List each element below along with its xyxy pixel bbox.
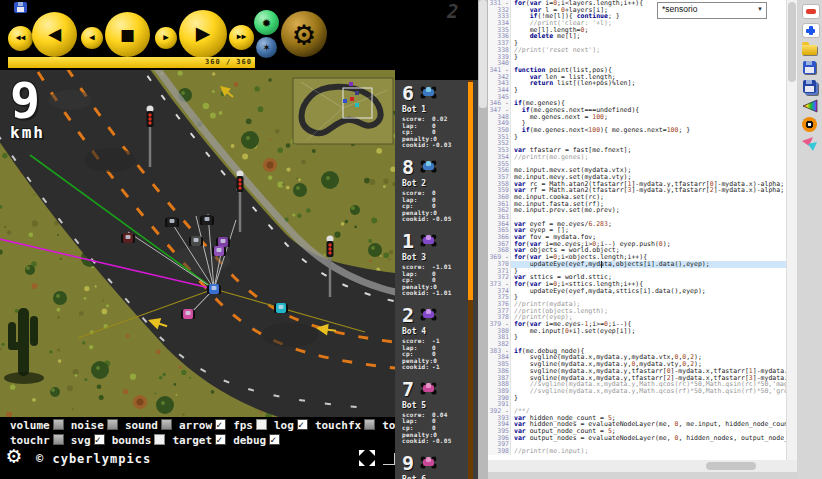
fast-forward-button-glyph: ▶▶ (237, 32, 247, 41)
settings-gear-button[interactable]: ⚙ (281, 11, 327, 57)
editor-vscroll-thumb[interactable] (788, 2, 796, 82)
bot-stat-cookid: cookid:-1 (402, 364, 468, 371)
editor-horizontal-scrollbar[interactable] (488, 460, 797, 472)
toggle-checkbox-touchfx[interactable] (364, 419, 375, 430)
splitter-thumb[interactable] (479, 0, 487, 108)
add-icon[interactable] (801, 22, 819, 38)
bot-scrollbar-thumb[interactable] (468, 82, 473, 300)
toggle-checkbox-volume[interactable] (53, 419, 64, 430)
code-line-391[interactable]: 391 (488, 401, 786, 408)
text-caret (601, 261, 602, 268)
bot-list: 6 Bot 1 score:0.02 lap:0 cp:0 penalty:0 … (395, 80, 478, 479)
minimap[interactable] (293, 78, 393, 144)
turbo-spinner-button-glyph: ✹ (262, 13, 271, 31)
game-bot (181, 309, 195, 319)
script-selector-value: *sensorio (662, 4, 697, 14)
toggle-checkbox-noise[interactable] (107, 419, 118, 430)
code-line-354[interactable]: 354//printr(me.genes); (488, 154, 786, 161)
step-forward-button-glyph: ▶ (163, 32, 168, 42)
toggle-checkbox-log[interactable] (297, 419, 308, 430)
step-back-button[interactable]: ◀ (81, 27, 103, 49)
script-selector[interactable]: ▼ *sensorio (657, 2, 767, 19)
scene-pointer-icon[interactable] (801, 136, 819, 152)
toggle-checkbox-fps[interactable] (256, 419, 267, 430)
footer-gear-icon[interactable]: ⚙ (7, 443, 21, 467)
save-all-icon[interactable] (801, 79, 819, 95)
fullscreen-icon[interactable] (358, 449, 376, 467)
color-pointer-icon[interactable] (801, 98, 819, 114)
progress-bar[interactable]: 360 / 360 (8, 57, 255, 68)
bot-name: Bot 5 (402, 401, 468, 410)
code-line-339[interactable]: 339} (488, 54, 786, 61)
code-line-348[interactable]: 348 me.genes.next = 100; (488, 114, 786, 121)
bot-entry[interactable]: 1 Bot 3 score:-1.01 lap:0 cp:0 penalty:0… (395, 228, 478, 302)
bot-rank: 7 (402, 381, 414, 398)
code-line-362[interactable]: 362me.input.prev.set(me.prev); (488, 207, 786, 214)
rewind-button[interactable]: ◀◀ (8, 26, 33, 51)
bot-entry[interactable]: 7 Bot 5 score:0.04 lap:0 cp:0 penalty:0 … (395, 376, 478, 450)
game-bot (165, 217, 179, 227)
play-reverse-button[interactable]: ◀ (32, 12, 77, 57)
code-line-343[interactable]: 343 return list[(len+pos)%len]; (488, 80, 786, 87)
code-line-350[interactable]: 350 if(me.genes.next<100){ me.genes.next… (488, 127, 786, 134)
step-back-button-glyph: ◀ (89, 32, 94, 42)
stop-button-glyph: ■ (121, 22, 133, 46)
code-line-351[interactable]: 351} (488, 134, 786, 141)
bot-entry[interactable]: 8 Bot 2 score:0 lap:0 cp:0 penalty:0 coo… (395, 154, 478, 228)
save-icon[interactable] (801, 60, 819, 76)
game-bot (212, 246, 226, 256)
code-line-396[interactable]: 396var output_nodes = evaluateNodeLayer(… (488, 435, 786, 442)
code-line-336[interactable]: 336 delete me[l]; (488, 33, 786, 40)
minimap-bot-dot (350, 97, 354, 101)
minimap-bot-dot (349, 82, 353, 86)
game-scene (0, 70, 395, 417)
app-window: ◀◀◀◀■▶▶▶▶✹✶⚙ 2 360 / 360 (0, 0, 822, 479)
bot-scrollbar[interactable] (468, 80, 473, 479)
toggle-label-log: log (274, 419, 294, 432)
code-line-381[interactable]: 381} (488, 334, 786, 341)
fast-forward-button[interactable]: ▶▶ (229, 25, 254, 50)
bot-name: Bot 1 (402, 105, 468, 114)
play-button[interactable]: ▶ (179, 10, 227, 58)
panel-splitter[interactable] (478, 0, 488, 479)
bot-icon (419, 233, 438, 247)
toggle-label-fps: fps (233, 419, 253, 432)
floppy-save-icon[interactable] (14, 2, 27, 13)
code-line-389[interactable]: 389 //svgline(mydata.x,mydata.y,Math.qco… (488, 388, 786, 395)
code-editor[interactable]: 331 -for(var i=0;i<layers.length;i++){33… (488, 0, 786, 460)
code-line-374[interactable]: 374 updateEye(eyef,mydata,sttics[i].data… (488, 288, 786, 295)
bot-name: Bot 2 (402, 179, 468, 188)
toggle-checkbox-touchr[interactable] (53, 434, 64, 445)
resize-corner[interactable] (383, 453, 395, 465)
line-number[interactable]: 398 (488, 448, 511, 455)
stop-button[interactable]: ■ (105, 12, 150, 57)
toggle-checkbox-bounds[interactable] (154, 434, 165, 445)
toggle-checkbox-debug[interactable] (269, 434, 280, 445)
game-viewport[interactable]: 9 kmh (0, 70, 395, 417)
turbo-spinner-button[interactable]: ✹ (254, 10, 279, 35)
footer-bar: volumenoisesoundarrowfpslogtouchfxtouchf… (0, 417, 395, 479)
code-line-370[interactable]: 370 updateEye(eyef,mydata,objects[i].dat… (488, 261, 786, 268)
code-line-390[interactable]: 390} (488, 395, 786, 402)
record-eye-icon[interactable] (801, 117, 819, 133)
code-line-344[interactable]: 344} (488, 87, 786, 94)
editor-hscroll-thumb[interactable] (706, 462, 756, 470)
code-line-380[interactable]: 380 me.input[0+i].set(eyep[i]); (488, 328, 786, 335)
open-folder-icon[interactable] (801, 41, 819, 57)
bot-rank: 9 (402, 455, 414, 472)
bot-entry[interactable]: 9 Bot 6 score:-9 lap:0 cp:0 penalty:0 co… (395, 450, 478, 479)
bot-entry[interactable]: 6 Bot 1 score:0.02 lap:0 cp:0 penalty:0 … (395, 80, 478, 154)
toggle-checkbox-target[interactable] (215, 434, 226, 445)
effects-star-button[interactable]: ✶ (256, 37, 277, 58)
toggle-checkbox-sound[interactable] (161, 419, 172, 430)
code-line-338[interactable]: 338//print('reset next'); (488, 47, 786, 54)
toggle-label-arrow: arrow (179, 419, 212, 432)
toggle-checkbox-svg[interactable] (94, 434, 105, 445)
minimap-bot-dot (355, 91, 359, 95)
step-forward-button[interactable]: ▶ (155, 27, 177, 49)
bot-entry[interactable]: 2 Bot 4 score:-1 lap:0 cp:0 penalty:0 co… (395, 302, 478, 376)
code-line-398[interactable]: 398//printr(me.input); (488, 448, 786, 455)
remove-icon[interactable] (801, 3, 819, 19)
minimap-bot-dot (355, 103, 359, 107)
toggle-checkbox-arrow[interactable] (215, 419, 226, 430)
